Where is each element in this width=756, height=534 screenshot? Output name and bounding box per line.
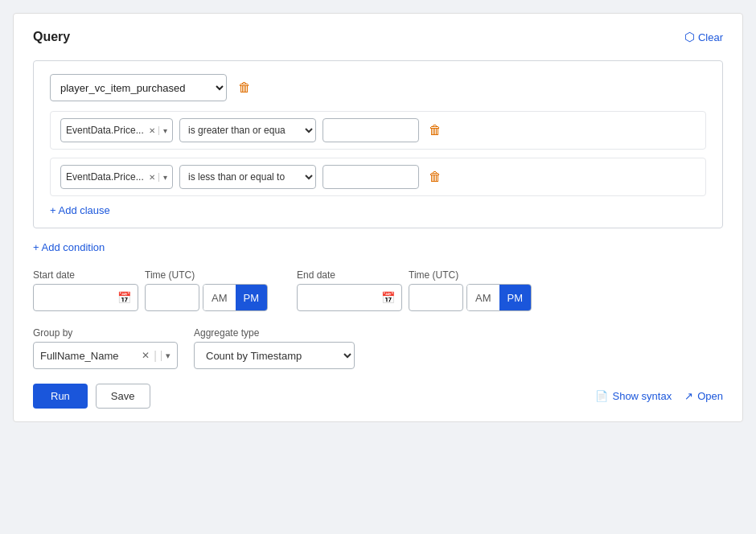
start-ampm-group: AM PM <box>203 284 268 311</box>
group-by-label: Group by <box>33 327 178 339</box>
field-tag-1[interactable]: EventData.Price... ✕ ▾ <box>60 118 173 142</box>
field-tag-2[interactable]: EventData.Price... ✕ ▾ <box>60 165 173 189</box>
group-by-chevron-icon[interactable]: ▾ <box>161 351 171 361</box>
show-syntax-button[interactable]: 📄 Show syntax <box>595 390 672 402</box>
end-date-calendar-icon[interactable]: 📅 <box>381 291 395 304</box>
group-by-close-icon[interactable]: ✕ <box>142 350 150 361</box>
date-time-section: Start date 12/31/2020 📅 Time (UTC) 10:26… <box>33 269 723 311</box>
end-date-input-wrapper: 01/07/2021 📅 <box>297 284 402 311</box>
start-time-input[interactable]: 10:26 <box>145 284 199 311</box>
bottom-section: Group by FullName_Name ✕ | ▾ Aggregate t… <box>33 327 723 369</box>
clause-row-1: EventData.Price... ✕ ▾ is greater than o… <box>50 111 706 150</box>
end-date-label: End date <box>297 269 402 281</box>
end-time-group: Time (UTC) 10:26 AM PM <box>409 269 532 311</box>
add-clause-button[interactable]: + Add clause <box>50 204 110 216</box>
aggregate-select[interactable]: Count by Timestamp <box>194 342 355 369</box>
show-syntax-icon: 📄 <box>595 390 608 402</box>
start-date-group: Start date 12/31/2020 📅 <box>33 269 138 311</box>
value-input-2[interactable]: 10 <box>323 165 419 189</box>
run-button[interactable]: Run <box>33 384 88 409</box>
field-tag-chevron-2[interactable]: ▾ <box>158 173 167 182</box>
start-pm-button[interactable]: PM <box>236 285 268 310</box>
end-time-input[interactable]: 10:26 <box>409 284 463 311</box>
start-am-button[interactable]: AM <box>203 285 236 310</box>
clear-icon: ⬡ <box>684 30 695 44</box>
end-am-button[interactable]: AM <box>467 285 499 310</box>
group-by-tag-input[interactable]: FullName_Name ✕ | ▾ <box>33 342 178 369</box>
value-input-1[interactable]: 1 <box>323 118 419 142</box>
event-delete-button[interactable]: 🗑 <box>235 79 254 97</box>
panel-header: Query ⬡ Clear <box>33 30 723 44</box>
end-date-input[interactable]: 01/07/2021 <box>304 292 376 304</box>
field-tag-label-1: EventData.Price... <box>66 125 144 136</box>
start-date-input[interactable]: 12/31/2020 <box>40 292 113 304</box>
operator-select-1[interactable]: is greater than or equa <box>179 118 316 142</box>
clear-button[interactable]: ⬡ Clear <box>684 30 723 44</box>
field-tag-close-2[interactable]: ✕ <box>149 173 155 182</box>
query-panel: Query ⬡ Clear player_vc_item_purchased 🗑… <box>13 13 743 422</box>
field-tag-close-1[interactable]: ✕ <box>149 126 155 135</box>
footer-right: 📄 Show syntax ↗ Open <box>595 390 723 402</box>
aggregate-wrapper: Aggregate type Count by Timestamp <box>194 327 355 369</box>
end-time-label: Time (UTC) <box>409 269 532 281</box>
clause-row-2: EventData.Price... ✕ ▾ is less than or e… <box>50 158 706 196</box>
operator-select-2[interactable]: is less than or equal to <box>179 165 316 189</box>
group-by-wrapper: Group by FullName_Name ✕ | ▾ <box>33 327 178 369</box>
footer-actions: Run Save 📄 Show syntax ↗ Open <box>33 384 723 409</box>
field-tag-label-2: EventData.Price... <box>66 171 144 183</box>
clause-delete-button-2[interactable]: 🗑 <box>425 168 445 186</box>
start-date-calendar-icon[interactable]: 📅 <box>117 291 131 304</box>
event-select[interactable]: player_vc_item_purchased <box>50 74 227 101</box>
start-date-label: Start date <box>33 269 138 281</box>
event-select-row: player_vc_item_purchased 🗑 <box>50 74 706 101</box>
start-time-group: Time (UTC) 10:26 AM PM <box>145 269 268 311</box>
end-ampm-group: AM PM <box>466 284 532 311</box>
save-button[interactable]: Save <box>96 384 150 409</box>
start-time-label: Time (UTC) <box>145 269 268 281</box>
group-by-value: FullName_Name <box>40 350 136 362</box>
aggregate-label: Aggregate type <box>194 327 355 339</box>
end-date-group: End date 01/07/2021 📅 <box>297 269 402 311</box>
start-date-input-wrapper: 12/31/2020 📅 <box>33 284 138 311</box>
add-condition-button[interactable]: + Add condition <box>33 241 105 253</box>
condition-box: player_vc_item_purchased 🗑 EventData.Pri… <box>33 60 723 228</box>
page-title: Query <box>33 30 70 44</box>
open-button[interactable]: ↗ Open <box>684 390 723 402</box>
clause-delete-button-1[interactable]: 🗑 <box>425 121 445 139</box>
field-tag-chevron-1[interactable]: ▾ <box>158 126 167 135</box>
end-pm-button[interactable]: PM <box>499 285 532 310</box>
open-icon: ↗ <box>684 390 693 402</box>
footer-left: Run Save <box>33 384 150 409</box>
